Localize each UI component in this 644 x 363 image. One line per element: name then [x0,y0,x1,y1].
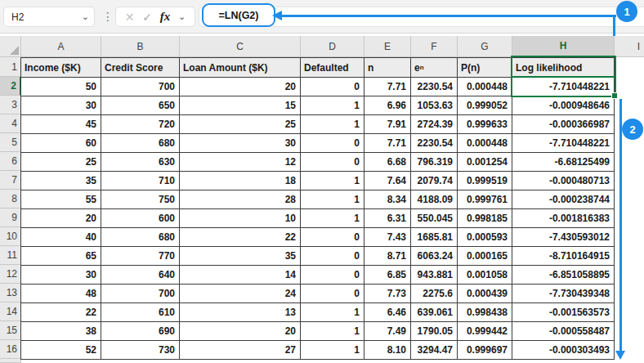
cell-D10[interactable]: 0 [301,228,364,247]
cell-E9[interactable]: 6.31 [364,209,411,228]
cell-A15[interactable]: 38 [21,322,101,341]
cell-D12[interactable]: 0 [301,266,364,285]
cell-E14[interactable]: 6.46 [364,303,411,322]
cell-C2[interactable]: 20 [180,78,301,96]
cell-B11[interactable]: 770 [101,247,180,266]
cell-F5[interactable]: 2230.54 [411,134,458,153]
cell-C5[interactable]: 30 [180,134,301,153]
name-box[interactable]: H2 ⌄ [3,7,95,27]
row-header-8[interactable]: 8 [0,190,21,208]
fill-handle[interactable] [611,92,618,99]
insert-function-icon[interactable]: fx [160,10,171,24]
cell-B15[interactable]: 690 [101,322,180,341]
column-header-E[interactable]: E [364,36,411,57]
cell-A1[interactable]: Income ($K) [21,58,101,78]
cell-D14[interactable]: 1 [301,303,364,322]
cell-F7[interactable]: 2079.74 [411,172,458,190]
cell-A14[interactable]: 22 [21,303,101,322]
cell-G13[interactable]: 0.000439 [458,285,512,303]
cell-H6[interactable]: -6.68125499 [512,153,615,172]
cell-C14[interactable]: 13 [180,303,301,322]
cell-C7[interactable]: 18 [180,172,301,190]
cell-C15[interactable]: 20 [180,322,301,341]
cell-E7[interactable]: 7.64 [364,172,411,190]
cell-G5[interactable]: 0.000448 [458,134,512,153]
cell-D15[interactable]: 1 [301,322,364,341]
cell-C13[interactable]: 24 [180,285,301,303]
cell-D16[interactable]: 1 [301,341,364,360]
cell-D2[interactable]: 0 [301,78,364,96]
cell-G8[interactable]: 0.999761 [458,190,512,209]
cell-F1[interactable]: en [411,58,458,78]
cell-E5[interactable]: 7.71 [364,134,411,153]
formula-value-highlight[interactable]: =LN(G2) [202,3,275,27]
column-header-G[interactable]: G [458,36,512,57]
cell-B7[interactable]: 710 [101,172,180,190]
cell-D6[interactable]: 0 [301,153,364,172]
cell-F10[interactable]: 1685.81 [411,228,458,247]
cell-G10[interactable]: 0.000593 [458,228,512,247]
row-header-1[interactable]: 1 [0,57,21,77]
row-header-13[interactable]: 13 [0,284,21,302]
cell-A4[interactable]: 45 [21,115,101,134]
cell-A7[interactable]: 35 [21,172,101,190]
cell-F8[interactable]: 4188.09 [411,190,458,209]
column-header-I[interactable]: I [615,36,644,57]
cell-E3[interactable]: 6.96 [364,96,411,115]
cell-B10[interactable]: 680 [101,228,180,247]
cell-G16[interactable]: 0.999697 [458,341,512,360]
cell-B5[interactable]: 680 [101,134,180,153]
cell-D1[interactable]: Defaulted [301,58,364,78]
cell-C4[interactable]: 25 [180,115,301,134]
cell-E4[interactable]: 7.91 [364,115,411,134]
select-all-corner[interactable] [0,36,21,57]
cell-D13[interactable]: 0 [301,285,364,303]
cell-C6[interactable]: 12 [180,153,301,172]
cell-C1[interactable]: Loan Amount ($K) [180,58,301,78]
cell-H14[interactable]: -0.001563573 [512,303,615,322]
cell-H1[interactable]: Log likelihood [512,58,615,78]
cell-D4[interactable]: 1 [301,115,364,134]
cell-H11[interactable]: -8.710164915 [512,247,615,266]
column-header-F[interactable]: F [411,36,458,57]
cell-D9[interactable]: 1 [301,209,364,228]
cell-A12[interactable]: 30 [21,266,101,285]
cell-C12[interactable]: 14 [180,266,301,285]
cell-E13[interactable]: 7.73 [364,285,411,303]
cell-G4[interactable]: 0.999633 [458,115,512,134]
cell-B12[interactable]: 640 [101,266,180,285]
cell-D3[interactable]: 1 [301,96,364,115]
chevron-down-icon[interactable]: ⌄ [82,11,89,22]
cell-A8[interactable]: 55 [21,190,101,209]
cell-B1[interactable]: Credit Score [101,58,180,78]
cell-G6[interactable]: 0.001254 [458,153,512,172]
cell-B6[interactable]: 630 [101,153,180,172]
cell-H9[interactable]: -0.001816383 [512,209,615,228]
cancel-icon[interactable]: ✕ [125,11,135,24]
cell-B8[interactable]: 750 [101,190,180,209]
cell-G12[interactable]: 0.001058 [458,266,512,285]
cell-D7[interactable]: 1 [301,172,364,190]
cell-H12[interactable]: -6.851058895 [512,266,615,285]
cell-G15[interactable]: 0.999442 [458,322,512,341]
cell-F3[interactable]: 1053.63 [411,96,458,115]
column-header-B[interactable]: B [101,36,180,57]
row-header-16[interactable]: 16 [0,340,21,359]
cell-D8[interactable]: 1 [301,190,364,209]
cell-B9[interactable]: 600 [101,209,180,228]
cell-H4[interactable]: -0.000366987 [512,115,615,134]
cell-A10[interactable]: 40 [21,228,101,247]
cell-A9[interactable]: 20 [21,209,101,228]
cell-A5[interactable]: 60 [21,134,101,153]
cell-H10[interactable]: -7.430593012 [512,228,615,247]
cell-C9[interactable]: 10 [180,209,301,228]
chevron-down-icon[interactable]: ⌄ [178,11,186,22]
cell-H16[interactable]: -0.000303493 [512,341,615,360]
cell-F14[interactable]: 639.061 [411,303,458,322]
cell-B14[interactable]: 610 [101,303,180,322]
cell-H2[interactable]: -7.710448221 [512,78,615,96]
row-header-14[interactable]: 14 [0,302,21,321]
cell-H13[interactable]: -7.730439348 [512,285,615,303]
cell-G14[interactable]: 0.998438 [458,303,512,322]
cell-A16[interactable]: 52 [21,341,101,360]
